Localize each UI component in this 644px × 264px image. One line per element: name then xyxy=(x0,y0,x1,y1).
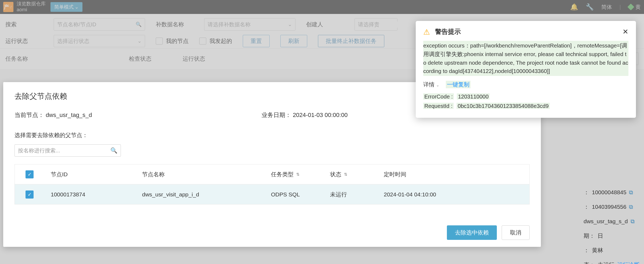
select-all-checkbox[interactable]: ✓ xyxy=(26,170,34,178)
confirm-remove-button[interactable]: 去除选中依赖 xyxy=(447,225,497,240)
col-sched-time: 定时时间 xyxy=(377,165,529,184)
current-node-value: dws_usr_tag_s_d xyxy=(46,112,92,118)
row-task-type: ODPS SQL xyxy=(265,186,324,203)
copy-link[interactable]: 一键复制 xyxy=(446,81,471,88)
biz-date-label: 业务日期： xyxy=(262,112,291,118)
warning-message: exception occurs：path=[/workbench/remove… xyxy=(423,41,628,76)
modal-subtitle: 选择需要去除依赖的父节点： xyxy=(15,131,530,139)
warning-title: 警告提示 xyxy=(435,27,619,36)
behind-name: dws_usr_tag_s_d xyxy=(584,214,628,229)
copy-icon[interactable]: ⧉ xyxy=(631,214,635,229)
behind-id2: 10403994556 xyxy=(592,200,626,214)
requestid-label: RequestId : xyxy=(423,103,454,109)
behind-owner: 黄林 xyxy=(592,243,603,258)
row-node-name: dws_usr_visit_app_i_d xyxy=(136,186,265,203)
col-node-name: 节点名称 xyxy=(136,165,265,184)
table-row[interactable]: ✓ 10000173874 dws_usr_visit_app_i_d ODPS… xyxy=(15,184,529,204)
row-status: 未运行 xyxy=(324,185,377,204)
run-diagnosis-link[interactable]: 运行诊断 xyxy=(617,258,640,264)
detail-toggle[interactable]: 详情 ⌄ xyxy=(423,81,439,88)
col-node-id: 节点ID xyxy=(44,165,136,184)
copy-icon[interactable]: ⧉ xyxy=(629,185,633,200)
row-sched-time: 2024-01-04 04:10:00 xyxy=(377,186,529,203)
row-checkbox[interactable]: ✓ xyxy=(26,190,34,199)
copy-icon[interactable]: ⧉ xyxy=(629,200,633,214)
parent-search-input[interactable] xyxy=(18,148,110,154)
parent-search[interactable]: 🔍 xyxy=(15,144,121,157)
search-icon[interactable]: 🔍 xyxy=(110,147,117,154)
errorcode-value: 1203110000 xyxy=(457,93,490,100)
behind-status: 未运行 xyxy=(598,258,614,264)
behind-panel: ：10000048845 ⧉ ：10403994556 ⧉ dws_usr_ta… xyxy=(584,185,640,264)
chevron-down-icon: ⌄ xyxy=(436,83,439,87)
biz-date-value: 2024-01-03 00:00:00 xyxy=(293,112,348,118)
behind-id1: 10000048845 xyxy=(592,185,626,200)
filter-icon[interactable]: ⇅ xyxy=(296,172,300,177)
behind-period: 日 xyxy=(598,229,603,243)
warning-triangle-icon: ⚠ xyxy=(423,28,431,36)
errorcode-label: ErrorCode : xyxy=(423,93,454,100)
row-node-id: 10000173874 xyxy=(44,186,136,203)
filter-icon[interactable]: ⇅ xyxy=(344,172,348,177)
col-status: 状态 xyxy=(330,171,341,178)
col-task-type: 任务类型 xyxy=(271,171,294,178)
parent-table: ✓ 节点ID 节点名称 任务类型⇅ 状态⇅ 定时时间 ✓ 10000173874… xyxy=(15,164,530,204)
close-icon[interactable]: ✕ xyxy=(623,28,628,36)
requestid-value: 0bc10c3b17043601233854088e3cd9 xyxy=(457,103,550,109)
cancel-button[interactable]: 取消 xyxy=(502,225,530,240)
warning-popup: ⚠ 警告提示 ✕ exception occurs：path=[/workben… xyxy=(416,21,636,118)
current-node-label: 当前节点： xyxy=(15,112,44,118)
